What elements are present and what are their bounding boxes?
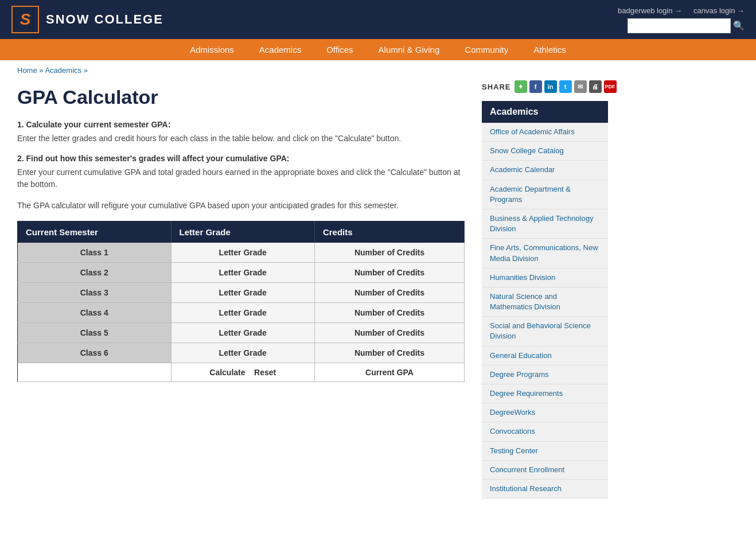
table-row: Class 1 Letter Grade Number of Credits: [18, 243, 465, 263]
table-row: Class 5 Letter Grade Number of Credits: [18, 323, 465, 343]
share-area: SHARE ✦ f in t ✉ 🖨 PDF: [482, 80, 608, 93]
sidebar-item-9[interactable]: General Education: [482, 347, 608, 365]
page-title: GPA Calculator: [17, 86, 465, 108]
sidebar-item-3[interactable]: Academic Department & Programs: [482, 180, 608, 209]
sidebar-item-0[interactable]: Office of Academic Affairs: [482, 123, 608, 142]
share-facebook-icon[interactable]: f: [529, 80, 542, 93]
sidebar-item-15[interactable]: Concurrent Enrollment: [482, 461, 608, 480]
nav-alumni[interactable]: Alumni & Giving: [366, 39, 453, 60]
gpa-table: Current Semester Letter Grade Credits Cl…: [17, 221, 465, 382]
login-links: badgerweb login → canvas login →: [618, 6, 745, 15]
share-print-icon[interactable]: 🖨: [589, 80, 602, 93]
canvas-login[interactable]: canvas login →: [693, 6, 745, 15]
logo-area: S SNOW COLLEGE: [11, 6, 163, 33]
share-label: SHARE: [482, 83, 511, 91]
share-pdf-icon[interactable]: PDF: [604, 80, 617, 93]
search-button[interactable]: 🔍: [733, 20, 745, 31]
sidebar-item-10[interactable]: Degree Programs: [482, 365, 608, 384]
sidebar-item-8[interactable]: Social and Behavioral Science Division: [482, 317, 608, 346]
step1-text: Enter the letter grades and credit hours…: [17, 133, 465, 145]
sidebar-item-11[interactable]: Degree Requirements: [482, 384, 608, 403]
sidebar-item-2[interactable]: Academic Calendar: [482, 161, 608, 180]
breadcrumb-home[interactable]: Home: [17, 66, 37, 75]
sidebar-item-6[interactable]: Humanities Division: [482, 269, 608, 287]
col-semester: Current Semester: [18, 221, 172, 243]
nav-offices[interactable]: Offices: [314, 39, 365, 60]
step2-text: Enter your current cumulative GPA and to…: [17, 166, 465, 190]
table-row: Class 4 Letter Grade Number of Credits: [18, 303, 465, 323]
sidebar-item-14[interactable]: Testing Center: [482, 442, 608, 461]
sidebar: SHARE ✦ f in t ✉ 🖨 PDF Academics Office …: [482, 80, 608, 499]
share-icons: ✦ f in t ✉ 🖨 PDF: [515, 80, 617, 93]
sidebar-item-7[interactable]: Natural Science and Mathematics Division: [482, 287, 608, 317]
nav-community[interactable]: Community: [452, 39, 521, 60]
sidebar-menu: Academics Office of Academic AffairsSnow…: [482, 101, 608, 499]
share-sharethis-icon[interactable]: ✦: [515, 80, 527, 93]
search-bar: 🔍: [628, 18, 745, 33]
step1-heading: 1. Calculate your current semester GPA:: [17, 120, 465, 129]
main-layout: GPA Calculator 1. Calculate your current…: [0, 80, 756, 516]
sidebar-item-1[interactable]: Snow College Catalog: [482, 142, 608, 161]
nav-academics[interactable]: Academics: [247, 39, 314, 60]
col-credits: Credits: [314, 221, 464, 243]
reset-label: Reset: [254, 368, 276, 377]
college-name: SNOW COLLEGE: [46, 12, 163, 27]
breadcrumb-academics[interactable]: Academics: [45, 66, 81, 75]
table-row: Class 3 Letter Grade Number of Credits: [18, 283, 465, 303]
header-right: badgerweb login → canvas login → 🔍: [618, 6, 745, 33]
nav-athletics[interactable]: Athletics: [521, 39, 579, 60]
calculate-label: Calculate: [209, 368, 245, 377]
content-area: GPA Calculator 1. Calculate your current…: [17, 80, 465, 499]
sidebar-item-12[interactable]: DegreeWorks: [482, 403, 608, 422]
step2-heading: 2. Find out how this semester's grades w…: [17, 154, 465, 163]
current-gpa-label: Current GPA: [314, 363, 464, 382]
site-header: S SNOW COLLEGE badgerweb login → canvas …: [0, 0, 756, 39]
sidebar-title: Academics: [482, 101, 608, 123]
sidebar-item-4[interactable]: Business & Applied Technology Division: [482, 209, 608, 239]
col-grade: Letter Grade: [171, 221, 314, 243]
sidebar-item-5[interactable]: Fine Arts, Communications, New Media Div…: [482, 239, 608, 268]
main-nav: Admissions Academics Offices Alumni & Gi…: [0, 39, 756, 60]
share-twitter-icon[interactable]: t: [559, 80, 572, 93]
sidebar-item-13[interactable]: Convocations: [482, 422, 608, 441]
share-email-icon[interactable]: ✉: [574, 80, 587, 93]
breadcrumb: Home » Academics »: [0, 60, 756, 80]
nav-admissions[interactable]: Admissions: [177, 39, 247, 60]
table-row: Class 2 Letter Grade Number of Credits: [18, 263, 465, 283]
share-linkedin-icon[interactable]: in: [544, 80, 557, 93]
table-row: Class 6 Letter Grade Number of Credits: [18, 343, 465, 363]
sidebar-item-16[interactable]: Institutional Research: [482, 480, 608, 499]
logo-letter: S: [11, 6, 39, 33]
badgerweb-login[interactable]: badgerweb login →: [618, 6, 682, 15]
step3-text: The GPA calculator will refigure your cu…: [17, 200, 465, 212]
search-input[interactable]: [628, 18, 731, 33]
table-footer-row: Calculate Reset Current GPA: [18, 363, 465, 382]
